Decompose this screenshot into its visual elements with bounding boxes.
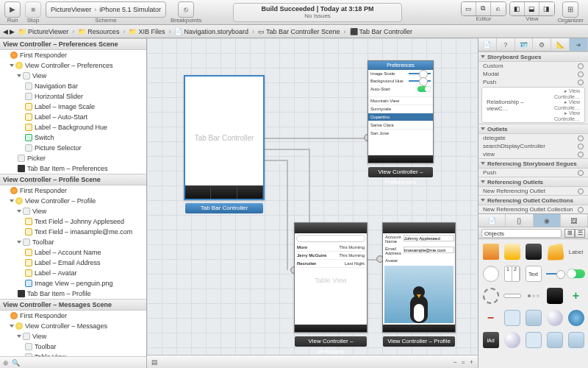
back-icon[interactable]: ◀ bbox=[3, 28, 8, 35]
lib-nav-controller[interactable] bbox=[481, 242, 500, 261]
outline-row[interactable]: Picture Selector bbox=[0, 143, 146, 153]
disclosure-icon[interactable] bbox=[10, 325, 14, 328]
outline-row[interactable]: Image View – penguin.png bbox=[0, 278, 146, 289]
email-field[interactable] bbox=[404, 247, 454, 253]
outline-toggle-icon[interactable]: ▤ bbox=[151, 358, 158, 366]
outlet-port[interactable] bbox=[578, 207, 584, 213]
outline-row[interactable]: Horizontal Slider bbox=[0, 91, 146, 102]
lib-sphere[interactable] bbox=[503, 330, 521, 350]
outline-row[interactable]: Tab Bar Item – Preferences bbox=[0, 163, 146, 174]
outline-row[interactable]: Label – Auto-Start bbox=[0, 112, 146, 122]
stage-preferences[interactable]: Preferences Image Scale Background Hue A… bbox=[368, 60, 434, 163]
outline-row[interactable]: First Responder bbox=[0, 311, 146, 321]
lib-table-controller[interactable] bbox=[503, 242, 521, 261]
section-segues[interactable]: Storyboard Segues bbox=[478, 52, 588, 62]
jump-item[interactable]: 📄 Navigation.storyboard bbox=[172, 28, 251, 35]
lib-globe-icon[interactable] bbox=[567, 308, 585, 328]
outline-row[interactable]: Text Field – imasample@me.com bbox=[0, 227, 146, 237]
outline-row[interactable]: Picker bbox=[0, 153, 146, 163]
jump-item[interactable]: ⬛ Tab Bar Controller bbox=[348, 28, 415, 35]
outlet-port[interactable] bbox=[578, 63, 584, 69]
lib-page-control[interactable] bbox=[524, 286, 542, 305]
lib-round-button[interactable] bbox=[481, 264, 500, 283]
lib-switch[interactable] bbox=[567, 264, 585, 283]
view-segment[interactable]: ◧⬓◨ bbox=[509, 1, 555, 16]
jump-item[interactable]: 📁 Resources bbox=[76, 28, 121, 35]
outline-row[interactable]: View Controller – Messages bbox=[0, 321, 146, 331]
scheme-selector[interactable]: PictureViewer › iPhone 5.1 Simulator bbox=[46, 1, 166, 18]
section-outlets[interactable]: Outlets bbox=[478, 124, 588, 134]
outlet-port[interactable] bbox=[578, 79, 584, 85]
library-filter-dropdown[interactable]: Objects bbox=[481, 229, 562, 238]
breakpoints-button[interactable]: ⎋ bbox=[178, 1, 194, 18]
jump-item[interactable]: 📁 PictureViewer bbox=[16, 28, 71, 35]
outlet-port[interactable] bbox=[578, 144, 584, 149]
stage-messages[interactable]: MomThis Morning Jerry McGuireThis Mornin… bbox=[294, 222, 368, 333]
disclosure-icon[interactable] bbox=[17, 335, 21, 338]
outlet-port[interactable] bbox=[578, 188, 584, 194]
outline-row[interactable]: Label – Email Address bbox=[0, 258, 146, 268]
editor-mode-segment[interactable]: ▭⧉⎌ bbox=[461, 1, 506, 16]
account-name-field[interactable] bbox=[404, 235, 454, 241]
section-ref-collections[interactable]: Referencing Outlet Collections bbox=[478, 195, 588, 205]
organizer-button[interactable]: ⊞ bbox=[562, 1, 578, 18]
lib-label[interactable]: Label bbox=[567, 242, 585, 261]
zoom-in-icon[interactable]: + bbox=[470, 358, 473, 366]
outline-filter-bar[interactable]: ⊕ 🔍 bbox=[0, 356, 146, 368]
lib-iad[interactable]: iAd bbox=[481, 330, 500, 350]
search-bar[interactable] bbox=[296, 235, 365, 242]
filter-icon[interactable]: ⊕ bbox=[3, 359, 9, 367]
outline-row[interactable]: Label – Account Name bbox=[0, 247, 146, 258]
lib-tab-controller[interactable] bbox=[524, 242, 542, 261]
outline-row[interactable]: Label – Image Scale bbox=[0, 102, 146, 112]
lib-stepper[interactable] bbox=[545, 286, 564, 305]
zoom-out-icon[interactable]: − bbox=[453, 358, 456, 366]
outline-section-header[interactable]: View Controller – Profile Scene bbox=[0, 174, 146, 185]
lib-spinner[interactable] bbox=[481, 286, 500, 305]
inspector-tabs[interactable]: 📄?🪪⚙📐➜ bbox=[478, 38, 588, 52]
section-ref-segues[interactable]: Referencing Storyboard Segues bbox=[478, 158, 588, 169]
outline-row[interactable]: Text Field – Johnny Appleseed bbox=[0, 216, 146, 227]
outline-row[interactable]: Tab Bar Item – Profile bbox=[0, 289, 146, 299]
section-ref-outlets[interactable]: Referencing Outlets bbox=[478, 177, 588, 187]
lib-compass-icon[interactable] bbox=[545, 308, 564, 328]
lib-textfield[interactable]: Text bbox=[524, 264, 542, 283]
lib-slider[interactable] bbox=[545, 264, 564, 283]
run-button[interactable]: ▶ bbox=[4, 1, 21, 18]
switch[interactable] bbox=[417, 86, 431, 92]
outlet-port[interactable] bbox=[578, 135, 584, 141]
outlet-port[interactable] bbox=[578, 152, 584, 158]
stage-profile[interactable]: Account Name Email Address Avatar View C… bbox=[382, 222, 456, 333]
outline-row[interactable]: Label – Avatar bbox=[0, 268, 146, 278]
lib-pan[interactable] bbox=[524, 308, 542, 328]
zoom-actual-icon[interactable]: = bbox=[461, 358, 465, 366]
library-view-segment[interactable]: ⊞☰ bbox=[564, 229, 585, 238]
lib-add-icon[interactable]: + bbox=[567, 286, 585, 305]
jump-item[interactable]: 📁 XIB Files bbox=[126, 28, 167, 35]
outline-row[interactable]: View Controller – Profile bbox=[0, 196, 146, 206]
stage-tabbar-controller[interactable]: Tab Bar Controller Tab Bar Controller bbox=[184, 75, 265, 200]
outline-row[interactable]: View bbox=[0, 206, 146, 216]
search-icon[interactable]: 🔍 bbox=[12, 359, 20, 367]
lib-square[interactable] bbox=[524, 330, 542, 350]
forward-icon[interactable]: ▶ bbox=[10, 28, 15, 35]
disclosure-icon[interactable] bbox=[10, 64, 14, 67]
disclosure-icon[interactable] bbox=[10, 199, 14, 202]
outline-row[interactable]: View bbox=[0, 71, 146, 81]
lib-segmented[interactable]: 12 bbox=[503, 264, 521, 283]
outline-row[interactable]: Toolbar bbox=[0, 237, 146, 247]
disclosure-icon[interactable] bbox=[17, 74, 21, 77]
outline-section-header[interactable]: View Controller – Messages Scene bbox=[0, 299, 146, 311]
library-tabs[interactable]: 📄{}◉🖼 bbox=[478, 214, 588, 227]
lib-pan2[interactable] bbox=[545, 330, 564, 350]
outline-row[interactable]: First Responder bbox=[0, 185, 146, 196]
lib-view-blue[interactable] bbox=[503, 308, 521, 328]
outline-row[interactable]: Label – Background Hue bbox=[0, 122, 146, 132]
outlet-port[interactable] bbox=[578, 170, 584, 176]
jump-item[interactable]: ▭ Tab Bar Controller Scene bbox=[256, 28, 343, 35]
outline-row[interactable]: Toolbar bbox=[0, 342, 146, 352]
outline-row[interactable]: Navigation Bar bbox=[0, 81, 146, 91]
outline-row[interactable]: First Responder bbox=[0, 50, 146, 60]
outlet-port[interactable] bbox=[578, 71, 584, 77]
outline-row[interactable]: Switch bbox=[0, 132, 146, 143]
